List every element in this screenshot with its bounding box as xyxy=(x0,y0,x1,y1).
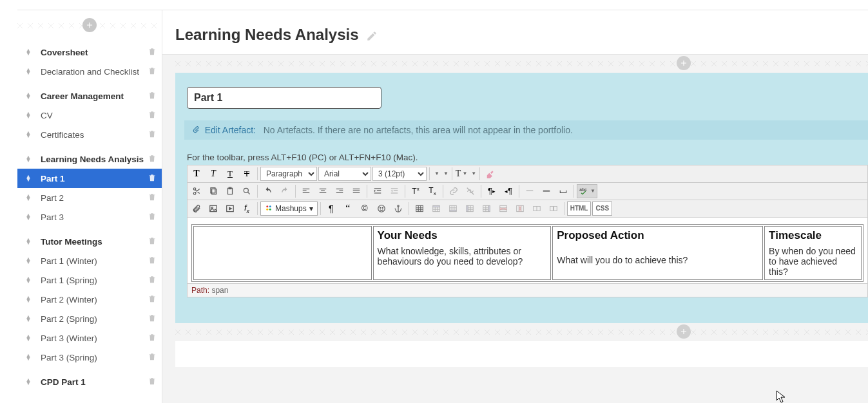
add-section-button[interactable] xyxy=(82,18,97,32)
align-right-button[interactable] xyxy=(332,184,347,198)
sort-handle-icon[interactable]: ▲▼ xyxy=(24,258,33,264)
css-button[interactable]: CSS xyxy=(592,202,612,216)
align-center-button[interactable] xyxy=(315,184,331,198)
anchor-button[interactable] xyxy=(391,202,406,216)
sort-handle-icon[interactable]: ▲▼ xyxy=(24,277,33,283)
paragraph-format-select[interactable]: Paragraph xyxy=(260,167,317,181)
copy-button[interactable] xyxy=(206,184,221,198)
sort-handle-icon[interactable]: ▲▼ xyxy=(24,296,33,303)
sidebar-item[interactable]: ▲▼Part 1 xyxy=(17,169,162,188)
table-cell[interactable]: Timescale By when do you need to have ac… xyxy=(764,226,862,280)
trash-icon[interactable] xyxy=(146,212,157,223)
sidebar-item[interactable]: ▲▼Part 2 xyxy=(17,188,162,207)
sort-handle-icon[interactable]: ▲▼ xyxy=(24,214,33,220)
paste-button[interactable] xyxy=(222,184,238,198)
trash-icon[interactable] xyxy=(146,294,157,305)
nbsp-button[interactable] xyxy=(555,184,571,198)
sort-handle-icon[interactable]: ▲▼ xyxy=(24,194,33,201)
sort-handle-icon[interactable]: ▲▼ xyxy=(24,175,33,182)
trash-icon[interactable] xyxy=(146,110,157,121)
trash-icon[interactable] xyxy=(146,333,157,344)
blockquote-button[interactable]: “ xyxy=(340,202,356,216)
font-size-select[interactable]: 3 (12pt) xyxy=(372,167,427,181)
sort-handle-icon[interactable]: ▲▼ xyxy=(24,49,33,55)
hr-thin-button[interactable] xyxy=(522,184,537,198)
trash-icon[interactable] xyxy=(146,377,157,388)
bullet-list-button[interactable]: ▼ xyxy=(432,167,440,181)
trash-icon[interactable] xyxy=(146,314,157,324)
trash-icon[interactable] xyxy=(146,275,157,286)
italic-button[interactable]: T xyxy=(206,167,221,181)
edit-artefact-link[interactable]: Edit Artefact: xyxy=(205,125,256,135)
sidebar-item[interactable]: ▲▼Part 2 (Spring) xyxy=(17,309,162,328)
sort-handle-icon[interactable]: ▲▼ xyxy=(24,238,33,245)
align-left-button[interactable] xyxy=(298,184,314,198)
text-color-button[interactable]: T▼ xyxy=(455,167,468,181)
formula-button[interactable]: fx xyxy=(239,202,255,216)
image-button[interactable] xyxy=(206,202,221,216)
sidebar-item[interactable]: ▲▼Part 3 (Spring) xyxy=(17,348,162,367)
trash-icon[interactable] xyxy=(146,47,157,58)
trash-icon[interactable] xyxy=(146,352,157,363)
sort-handle-icon[interactable]: ▲▼ xyxy=(24,131,33,138)
needs-table[interactable]: Your Needs What knowledge, skills, attri… xyxy=(191,224,863,282)
part-title-input[interactable] xyxy=(187,87,381,109)
number-list-button[interactable]: 123 ▼ xyxy=(441,167,449,181)
undo-button[interactable] xyxy=(260,184,276,198)
trash-icon[interactable] xyxy=(146,91,157,102)
table-cell[interactable]: Your Needs What knowledge, skills, attri… xyxy=(373,226,552,280)
clear-formatting-button[interactable] xyxy=(483,167,498,181)
editor-content[interactable]: Your Needs What knowledge, skills, attri… xyxy=(187,218,868,284)
ltr-button[interactable]: ¶▸ xyxy=(484,184,499,198)
symbol-button[interactable]: © xyxy=(357,202,372,216)
add-block-button-top[interactable] xyxy=(677,56,691,70)
hr-thick-button[interactable] xyxy=(539,184,554,198)
sidebar-item[interactable]: ▲▼Part 1 (Spring) xyxy=(17,270,162,290)
table-cell[interactable] xyxy=(193,226,372,280)
sort-handle-icon[interactable]: ▲▼ xyxy=(24,354,33,361)
sidebar-item[interactable]: ▲▼Certificates xyxy=(17,125,162,144)
sidebar-item[interactable]: ▲▼Part 1 (Winter) xyxy=(17,251,162,270)
sidebar-item[interactable]: ▲▼Career Management xyxy=(17,86,162,106)
underline-button[interactable]: T xyxy=(222,167,238,181)
trash-icon[interactable] xyxy=(146,154,157,165)
find-button[interactable] xyxy=(239,184,255,198)
sort-handle-icon[interactable]: ▲▼ xyxy=(24,112,33,118)
sort-handle-icon[interactable]: ▲▼ xyxy=(24,156,33,162)
indent-button[interactable] xyxy=(370,184,385,198)
media-button[interactable] xyxy=(222,202,238,216)
add-block-button-bottom[interactable] xyxy=(677,324,691,339)
sidebar-item[interactable]: ▲▼Part 3 (Winter) xyxy=(17,328,162,348)
sidebar-item[interactable]: ▲▼Tutor Meetings xyxy=(17,232,162,251)
highlight-color-button[interactable]: ▼ xyxy=(469,167,477,181)
edit-title-icon[interactable] xyxy=(366,30,378,45)
trash-icon[interactable] xyxy=(146,129,157,140)
subscript-button[interactable]: Tx xyxy=(425,184,440,198)
sidebar-item[interactable]: ▲▼Part 2 (Winter) xyxy=(17,290,162,309)
sidebar-item[interactable]: ▲▼Coversheet xyxy=(17,42,162,62)
rtl-button[interactable]: ◂¶ xyxy=(501,184,516,198)
sort-handle-icon[interactable]: ▲▼ xyxy=(24,93,33,99)
table-cell[interactable]: Proposed Action What will you do to achi… xyxy=(552,226,763,280)
sidebar-item[interactable]: ▲▼Part 3 xyxy=(17,207,162,227)
sidebar-item[interactable]: ▲▼CV xyxy=(17,106,162,125)
emoji-button[interactable] xyxy=(374,202,389,216)
html-button[interactable]: HTML xyxy=(567,202,592,216)
sort-handle-icon[interactable]: ▲▼ xyxy=(24,68,33,75)
cut-button[interactable] xyxy=(189,184,204,198)
sort-handle-icon[interactable]: ▲▼ xyxy=(24,335,33,341)
strike-button[interactable]: T xyxy=(239,167,255,181)
font-family-select[interactable]: Arial xyxy=(318,167,371,181)
sidebar-item[interactable]: ▲▼CPD Part 1 xyxy=(17,372,162,391)
sort-handle-icon[interactable]: ▲▼ xyxy=(24,315,33,322)
trash-icon[interactable] xyxy=(146,66,157,77)
sidebar-item[interactable]: ▲▼Learning Needs Analysis xyxy=(17,149,162,169)
superscript-button[interactable]: Tx xyxy=(408,184,423,198)
insert-table-button[interactable] xyxy=(412,202,427,216)
show-blocks-button[interactable]: ¶ xyxy=(323,202,339,216)
bold-button[interactable]: T xyxy=(189,167,204,181)
trash-icon[interactable] xyxy=(146,256,157,267)
trash-icon[interactable] xyxy=(146,236,157,247)
align-justify-button[interactable] xyxy=(349,184,364,198)
trash-icon[interactable] xyxy=(146,173,157,184)
